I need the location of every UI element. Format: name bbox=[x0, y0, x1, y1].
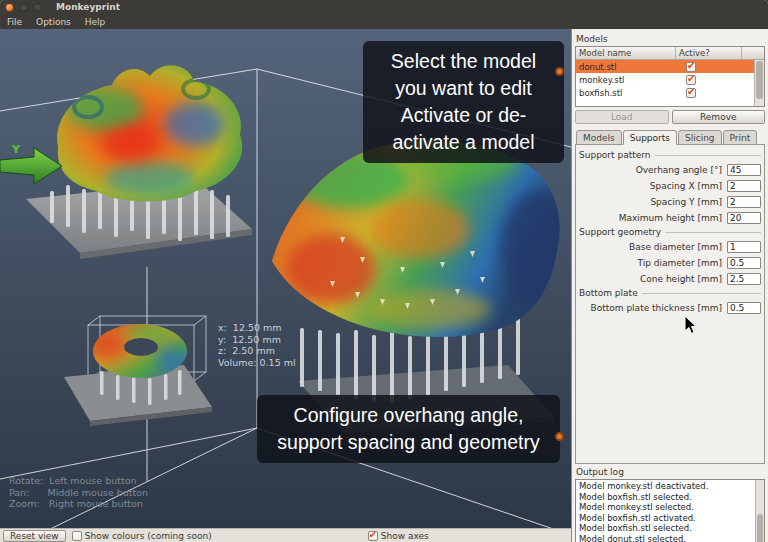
app-window: Monkeyprint File Options Help bbox=[0, 0, 768, 542]
boxfish-active-checkbox[interactable] bbox=[686, 88, 696, 98]
y-axis-label: Y bbox=[11, 143, 21, 156]
close-button[interactable] bbox=[5, 3, 14, 12]
3d-viewport[interactable]: Y x: 12.50 mm y: 12.50 mm z: 2.50 mm Vol… bbox=[0, 29, 571, 528]
menu-bar: File Options Help bbox=[0, 14, 768, 29]
load-button[interactable]: Load bbox=[575, 110, 669, 124]
monkey-active-checkbox[interactable] bbox=[686, 75, 696, 85]
model-row-donut[interactable]: donut.stl bbox=[576, 60, 754, 73]
settings-tabs: Models Supports Slicing Print bbox=[575, 129, 765, 144]
model-row-monkey[interactable]: monkey.stl bbox=[576, 73, 754, 86]
models-section-title: Models bbox=[576, 34, 765, 44]
supports-tab-page: Support pattern Overhang angle [°] Spaci… bbox=[575, 144, 765, 464]
log-line: Model monkey.stl deactivated. bbox=[579, 481, 752, 492]
output-log-box[interactable]: Model monkey.stl deactivated. Model boxf… bbox=[575, 479, 765, 542]
donut-hole bbox=[124, 338, 158, 356]
group-support-geometry: Support geometry bbox=[579, 227, 761, 237]
field-bottom-plate-thickness: Bottom plate thickness [mm] bbox=[579, 300, 761, 315]
window-title: Monkeyprint bbox=[56, 2, 120, 12]
spacing-y-input[interactable] bbox=[727, 196, 761, 208]
model-table-scrollbar[interactable] bbox=[754, 60, 764, 106]
field-spacing-x: Spacing X [mm] bbox=[579, 178, 761, 193]
maximum-height-input[interactable] bbox=[727, 212, 761, 224]
tab-supports[interactable]: Supports bbox=[623, 130, 677, 145]
log-line: Model donut.stl selected. bbox=[579, 534, 752, 542]
minimize-button[interactable] bbox=[19, 3, 28, 12]
tab-slicing[interactable]: Slicing bbox=[678, 130, 722, 145]
output-log-scrollbar[interactable] bbox=[755, 480, 764, 542]
settings-panel: Models Model name Active? donut.stl monk… bbox=[571, 29, 768, 542]
menu-help[interactable]: Help bbox=[78, 16, 113, 28]
callout-dot-models bbox=[555, 67, 564, 76]
tab-models[interactable]: Models bbox=[576, 130, 622, 145]
base-diameter-input[interactable] bbox=[727, 241, 761, 253]
group-support-pattern: Support pattern bbox=[579, 150, 761, 160]
tooltip-model-selection: Select the model you want to edit Activa… bbox=[363, 41, 564, 163]
model-list-table: Model name Active? donut.stl monkey.stl bbox=[575, 46, 765, 107]
log-line: Model boxfish.stl selected. bbox=[579, 523, 752, 534]
show-colours-checkbox[interactable] bbox=[72, 531, 82, 541]
remove-button[interactable]: Remove bbox=[672, 110, 766, 124]
bottom-bar: Reset view Show colours (coming soon) Sh… bbox=[0, 528, 571, 542]
column-model-name[interactable]: Model name bbox=[576, 47, 676, 59]
reset-view-button[interactable]: Reset view bbox=[3, 530, 66, 542]
cone-height-input[interactable] bbox=[727, 273, 761, 285]
log-line: Model boxfish.stl selected. bbox=[579, 492, 752, 503]
maximize-button[interactable] bbox=[33, 3, 42, 12]
log-line: Model monkey.stl selected. bbox=[579, 502, 752, 513]
column-active[interactable]: Active? bbox=[676, 47, 742, 59]
field-tip-diameter: Tip diameter [mm] bbox=[579, 255, 761, 270]
group-bottom-plate: Bottom plate bbox=[579, 288, 761, 298]
mouse-cursor bbox=[684, 315, 698, 335]
title-bar: Monkeyprint bbox=[0, 0, 768, 14]
field-overhang-angle: Overhang angle [°] bbox=[579, 162, 761, 177]
overhang-angle-input[interactable] bbox=[727, 164, 761, 176]
donut-active-checkbox[interactable] bbox=[686, 62, 696, 72]
show-axes-label: Show axes bbox=[381, 531, 429, 541]
show-colours-label: Show colours (coming soon) bbox=[85, 531, 212, 541]
field-maximum-height: Maximum height [mm] bbox=[579, 210, 761, 225]
field-cone-height: Cone height [mm] bbox=[579, 271, 761, 286]
field-base-diameter: Base diameter [mm] bbox=[579, 239, 761, 254]
field-spacing-y: Spacing Y [mm] bbox=[579, 194, 761, 209]
output-log-title: Output log bbox=[576, 467, 765, 477]
show-axes-checkbox[interactable] bbox=[368, 531, 378, 541]
tip-diameter-input[interactable] bbox=[727, 257, 761, 269]
tab-print[interactable]: Print bbox=[723, 130, 758, 145]
menu-options[interactable]: Options bbox=[29, 16, 78, 28]
bottom-plate-thickness-input[interactable] bbox=[727, 302, 761, 314]
show-axes-checkbox-group[interactable]: Show axes bbox=[368, 531, 429, 541]
tooltip-support-settings: Configure overhang angle, support spacin… bbox=[257, 395, 560, 463]
show-colours-checkbox-group[interactable]: Show colours (coming soon) bbox=[72, 531, 212, 541]
model-table-header: Model name Active? bbox=[576, 47, 764, 60]
log-line: Model boxfish.stl activated. bbox=[579, 513, 752, 524]
spacing-x-input[interactable] bbox=[727, 180, 761, 192]
model-row-boxfish[interactable]: boxfish.stl bbox=[576, 86, 754, 99]
menu-file[interactable]: File bbox=[0, 16, 29, 28]
callout-dot-supports bbox=[555, 432, 564, 441]
